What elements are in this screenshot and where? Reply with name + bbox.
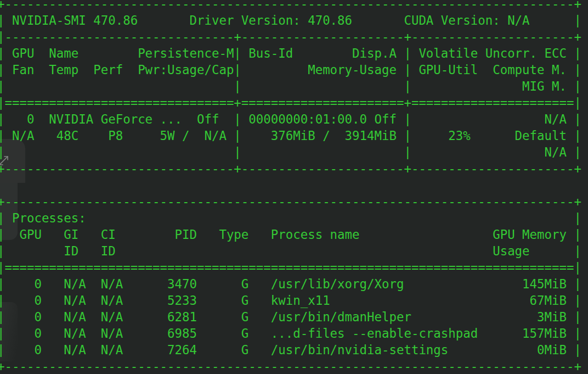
nvidia-smi-output: +---------------------------------------… bbox=[0, 0, 581, 374]
processes-header-row-1: | GPU GI CI PID Type Process name GPU Me… bbox=[0, 226, 581, 243]
processes-top-border-line: +---------------------------------------… bbox=[0, 193, 581, 210]
process-row-kwin: | 0 N/A N/A 5233 G kwin_x11 67MiB | bbox=[0, 292, 581, 309]
gpu-data-row-1: | 0 NVIDIA GeForce ... Off | 00000000:01… bbox=[0, 111, 581, 127]
gpu-header-row-1: | GPU Name Persistence-M| Bus-Id Disp.A … bbox=[0, 45, 581, 62]
gpu-data-row-3: | | | N/A | bbox=[0, 144, 581, 160]
gpu-header-row-2: | Fan Temp Perf Pwr:Usage/Cap| Memory-Us… bbox=[0, 62, 581, 78]
process-row-xorg: | 0 N/A N/A 3470 G /usr/lib/xorg/Xorg 14… bbox=[0, 276, 581, 292]
gpu-data-row-2: | N/A 48C P8 5W / N/A | 376MiB / 3914MiB… bbox=[0, 127, 581, 144]
processes-title-line: | Processes: | bbox=[0, 210, 581, 226]
process-row-nvidia-settings: | 0 N/A N/A 7264 G /usr/bin/nvidia-setti… bbox=[0, 342, 581, 358]
process-row-crashpad: | 0 N/A N/A 6985 G ...d-files --enable-c… bbox=[0, 325, 581, 342]
gpu-header-row-3: | | | MIG M. | bbox=[0, 78, 581, 94]
process-row-dmanhelper: | 0 N/A N/A 6281 G /usr/bin/dmanHelper 3… bbox=[0, 309, 581, 325]
gpu-bottom-border-line: +-------------------------------+-------… bbox=[0, 160, 581, 177]
processes-separator-line: |=======================================… bbox=[0, 259, 581, 276]
header-divider-line: |-------------------------------+-------… bbox=[0, 29, 581, 45]
version-line: | NVIDIA-SMI 470.86 Driver Version: 470.… bbox=[0, 12, 581, 29]
terminal-screen: +---------------------------------------… bbox=[0, 0, 588, 374]
gpu-separator-line: |===============================+=======… bbox=[0, 94, 581, 111]
processes-bottom-border-line: +---------------------------------------… bbox=[0, 358, 581, 374]
top-border-line: +---------------------------------------… bbox=[0, 0, 581, 12]
blank-line bbox=[0, 177, 581, 193]
processes-header-row-2: | ID ID Usage | bbox=[0, 243, 581, 259]
